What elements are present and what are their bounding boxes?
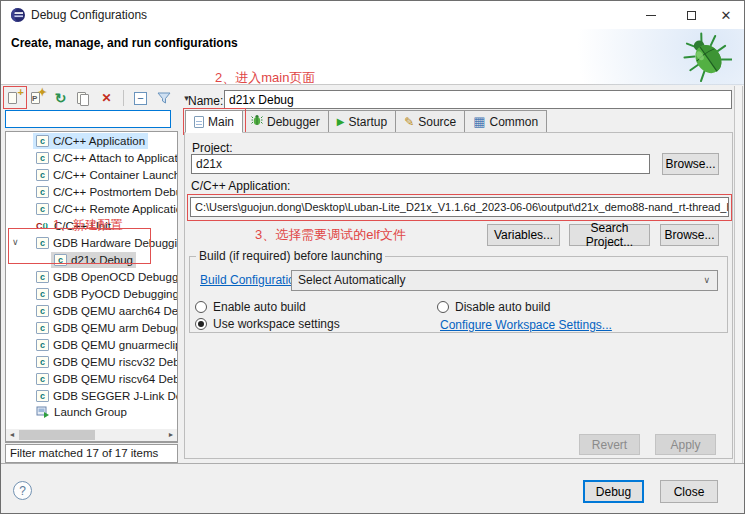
- cunit-icon: Cü: [36, 220, 50, 232]
- radio-use-workspace-settings[interactable]: Use workspace settings: [195, 317, 340, 331]
- variables-button[interactable]: Variables...: [487, 224, 560, 246]
- tree-item-content[interactable]: cGDB QEMU gnuarmeclipse I: [33, 337, 177, 353]
- build-group: Build (if required) before launching Bui…: [189, 256, 728, 333]
- tree-item-content[interactable]: cC/C++ Remote Application: [33, 201, 177, 217]
- apply-button[interactable]: Apply: [655, 434, 716, 455]
- tab-source[interactable]: ✎Source: [396, 110, 465, 133]
- tree-item-label: GDB PyOCD Debugging: [53, 286, 177, 303]
- tree-item-gdb-qemu-aarch64-debugg[interactable]: cGDB QEMU aarch64 Debugg: [6, 302, 177, 319]
- play-tab-icon: ▶: [337, 116, 345, 127]
- project-field[interactable]: d21x: [191, 154, 650, 174]
- tree-item-gdb-qemu-gnuarmeclipse-i[interactable]: cGDB QEMU gnuarmeclipse I: [6, 336, 177, 353]
- debug-button[interactable]: Debug: [583, 480, 644, 503]
- c-config-icon: c: [36, 271, 49, 283]
- bug-tab-icon: [251, 114, 263, 129]
- tree-item-c-c-postmortem-debugg[interactable]: cC/C++ Postmortem Debugg: [6, 183, 177, 200]
- launch-group-icon: [36, 406, 50, 418]
- search-project-button[interactable]: Search Project...: [569, 224, 650, 246]
- new-configuration-icon[interactable]: +: [6, 90, 23, 107]
- name-label: Name:: [188, 94, 223, 108]
- tree-item-content[interactable]: cGDB QEMU arm Debugging: [33, 320, 177, 336]
- document-tab-icon: [194, 116, 204, 128]
- tree-item-d21x-debug[interactable]: cd21x Debug: [6, 251, 177, 268]
- radio-circle[interactable]: [195, 301, 207, 313]
- maximize-button[interactable]: [674, 1, 708, 29]
- tree-item-content[interactable]: cGDB QEMU aarch64 Debugg: [33, 303, 177, 319]
- tree-item-label: d21x Debug: [71, 252, 133, 269]
- tree-item-label: GDB SEGGER J-Link Debugg: [53, 388, 177, 405]
- close-dialog-button[interactable]: Close: [660, 480, 718, 503]
- export-configuration-icon[interactable]: ↻: [52, 90, 69, 107]
- name-input[interactable]: [224, 90, 732, 109]
- scroll-left-arrow[interactable]: ◄: [6, 429, 18, 441]
- project-browse-button[interactable]: Browse...: [662, 153, 719, 175]
- tree-item-gdb-qemu-arm-debugging[interactable]: cGDB QEMU arm Debugging: [6, 319, 177, 336]
- collapse-all-icon[interactable]: −: [132, 90, 149, 107]
- tree-item-label: C/C++ Container Launcher: [53, 167, 177, 184]
- tree-item-gdb-qemu-riscv64-debugg[interactable]: cGDB QEMU riscv64 Debugg: [6, 370, 177, 387]
- configurations-tree[interactable]: cC/C++ ApplicationcC/C++ Attach to Appli…: [5, 131, 178, 443]
- delete-configuration-icon[interactable]: ✕: [98, 90, 115, 107]
- duplicate-configuration-icon[interactable]: [75, 90, 92, 107]
- close-button[interactable]: ✕: [709, 1, 743, 29]
- tree-item-label: GDB QEMU gnuarmeclipse I: [53, 337, 177, 354]
- tree-item-gdb-openocd-debugging[interactable]: cGDB OpenOCD Debugging: [6, 268, 177, 285]
- tree-item-gdb-pyocd-debugging[interactable]: cGDB PyOCD Debugging: [6, 285, 177, 302]
- filter-icon[interactable]: [155, 90, 172, 107]
- tree-item-c-c-application[interactable]: cC/C++ Application: [6, 132, 177, 149]
- c-config-icon: c: [36, 373, 49, 385]
- revert-button[interactable]: Revert: [579, 434, 640, 455]
- title-bar[interactable]: Debug Configurations ✕: [1, 1, 744, 29]
- tree-item-label: GDB QEMU aarch64 Debugg: [53, 303, 177, 320]
- application-browse-button[interactable]: Browse...: [660, 224, 719, 246]
- tree-item-content[interactable]: cC/C++ Attach to Application: [33, 150, 177, 166]
- tree-item-content[interactable]: cGDB PyOCD Debugging: [33, 286, 177, 302]
- filter-input[interactable]: [5, 110, 171, 128]
- build-configuration-select[interactable]: Select Automatically ∨: [291, 270, 718, 291]
- application-path-field[interactable]: C:\Users\guojun.dong\Desktop\Luban-Lite_…: [190, 197, 729, 217]
- scroll-right-arrow[interactable]: ►: [165, 429, 177, 441]
- scrollbar-thumb[interactable]: [19, 430, 95, 440]
- tree-item-launch-group[interactable]: Launch Group: [6, 404, 177, 421]
- vertical-scrollbar[interactable]: [734, 86, 743, 463]
- tab-startup[interactable]: ▶Startup: [329, 110, 396, 133]
- tab-debugger[interactable]: Debugger: [243, 110, 329, 133]
- pencil-tab-icon: ✎: [404, 115, 414, 129]
- tab-main[interactable]: Main: [185, 110, 243, 133]
- tree-item-c-c-attach-to-application[interactable]: cC/C++ Attach to Application: [6, 149, 177, 166]
- radio-enable-auto-build[interactable]: Enable auto build: [195, 300, 306, 314]
- tree-item-content[interactable]: cGDB SEGGER J-Link Debugg: [33, 388, 177, 404]
- tree-item-content[interactable]: cC/C++ Postmortem Debugg: [33, 184, 177, 200]
- expander-icon[interactable]: ∨: [12, 234, 24, 251]
- tree-item-content[interactable]: cC/C++ Container Launcher: [33, 167, 177, 183]
- configure-workspace-settings-link[interactable]: Configure Workspace Settings...: [440, 318, 612, 332]
- tab-common[interactable]: ▦Common: [465, 110, 547, 133]
- tree-item-content[interactable]: cGDB OpenOCD Debugging: [33, 269, 177, 285]
- minimize-button[interactable]: [634, 1, 668, 29]
- tree-item-content[interactable]: cGDB QEMU riscv64 Debugg: [33, 371, 177, 387]
- tree-item-gdb-segger-j-link-debugg[interactable]: cGDB SEGGER J-Link Debugg: [6, 387, 177, 404]
- c-config-icon: c: [36, 152, 49, 164]
- debug-configurations-dialog: Debug Configurations ✕ Create, manage, a…: [0, 0, 745, 514]
- radio-circle[interactable]: [437, 301, 449, 313]
- help-button[interactable]: ?: [13, 481, 32, 500]
- tab-label: Startup: [348, 115, 387, 129]
- tree-item-content[interactable]: cGDB QEMU riscv32 Debugg: [33, 354, 177, 370]
- new-prototype-icon[interactable]: P✦: [29, 90, 46, 107]
- tree-item-content[interactable]: cGDB Hardware Debugging: [33, 235, 177, 251]
- tree-item-label: GDB QEMU arm Debugging: [53, 320, 177, 337]
- tree-item-gdb-qemu-riscv32-debugg[interactable]: cGDB QEMU riscv32 Debugg: [6, 353, 177, 370]
- tree-horizontal-scrollbar[interactable]: ◄ ►: [5, 429, 178, 442]
- tree-item-content[interactable]: cd21x Debug: [51, 252, 136, 268]
- tree-item-label: GDB Hardware Debugging: [53, 235, 177, 252]
- tree-item-gdb-hardware-debugging[interactable]: ∨cGDB Hardware Debugging: [6, 234, 177, 251]
- tree-item-c-c-remote-application[interactable]: cC/C++ Remote Application: [6, 200, 177, 217]
- build-configuration-link[interactable]: Build Configuration:: [200, 273, 305, 287]
- tree-item-label: C/C++ Remote Application: [53, 201, 177, 218]
- table-tab-icon: ▦: [473, 116, 485, 128]
- radio-circle[interactable]: [195, 318, 207, 330]
- radio-disable-auto-build[interactable]: Disable auto build: [437, 300, 550, 314]
- tree-item-content[interactable]: cC/C++ Application: [33, 133, 148, 149]
- tree-item-c-c-container-launcher[interactable]: cC/C++ Container Launcher: [6, 166, 177, 183]
- tree-item-content[interactable]: Launch Group: [33, 404, 130, 420]
